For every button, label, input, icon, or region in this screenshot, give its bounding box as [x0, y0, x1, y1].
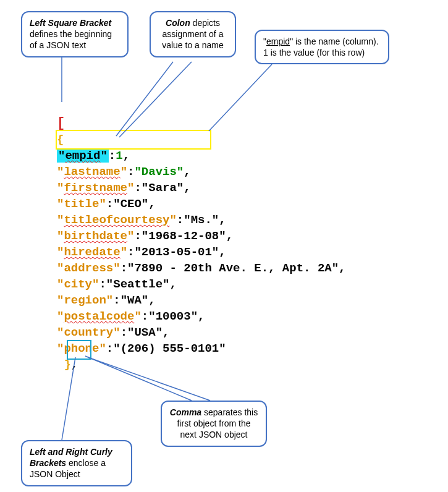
key-address: "address": [57, 261, 120, 275]
val-country: "USA": [127, 326, 163, 339]
val-phone: "(206) 555-0101": [113, 342, 226, 355]
callout-comma-term: Comma: [170, 407, 201, 417]
val-postalcode: "10003": [148, 310, 198, 323]
callout-empid: "empid" is the name (column). 1 is the v…: [255, 30, 389, 64]
callout-empid-text: "empid" is the name (column). 1 is the v…: [263, 36, 379, 57]
json-code: [ { "empid":1, "lastname":"Davis", "firs…: [57, 100, 346, 373]
callout-comma: Comma separates this first object from t…: [161, 401, 267, 447]
key-title: "title": [57, 197, 106, 211]
callout-left-bracket-rest: defines the beginning of a JSON text: [30, 29, 112, 50]
key-city: "city": [57, 278, 99, 291]
val-titleofcourtesy: "Ms.": [184, 213, 219, 227]
callout-colon: Colon depicts assignment of a value to a…: [150, 11, 236, 57]
key-postalcode: "postalcode": [57, 310, 142, 323]
val-lastname: "Davis": [134, 165, 184, 179]
key-region: "region": [57, 294, 113, 307]
key-birthdate: "birthdate": [57, 229, 134, 243]
val-region: "WA": [120, 294, 149, 307]
close-curly-brace-char: }: [64, 358, 70, 371]
key-lastname: "lastname": [57, 165, 127, 179]
key-empid: "empid": [57, 149, 109, 163]
key-phone: "phone": [57, 342, 106, 355]
open-curly-brace-char: {: [57, 133, 64, 146]
callout-left-bracket: Left Square Bracket defines the beginnin…: [21, 11, 129, 57]
val-empid: 1: [116, 149, 122, 163]
key-titleofcourtesy: "titleofcourtesy": [57, 213, 177, 227]
key-firstname: "firstname": [57, 181, 134, 195]
val-city: "Seattle": [106, 278, 170, 291]
val-hiredate: "2013-05-01": [134, 245, 219, 259]
trailing-comma-char: ,: [71, 358, 78, 371]
val-title: "CEO": [113, 197, 148, 211]
key-country: "country": [57, 326, 120, 339]
val-birthdate: "1968-12-08": [142, 229, 226, 243]
open-square-bracket-char: [: [57, 116, 65, 131]
callout-colon-term: Colon: [166, 18, 190, 28]
val-firstname: "Sara": [142, 181, 184, 195]
callout-left-bracket-term: Left Square Bracket: [30, 18, 111, 28]
val-address: "7890 - 20th Ave. E., Apt. 2A": [127, 261, 339, 275]
key-hiredate: "hiredate": [57, 245, 127, 259]
callout-curly-brackets: Left and Right Curly Brackets enclose a …: [21, 440, 132, 486]
